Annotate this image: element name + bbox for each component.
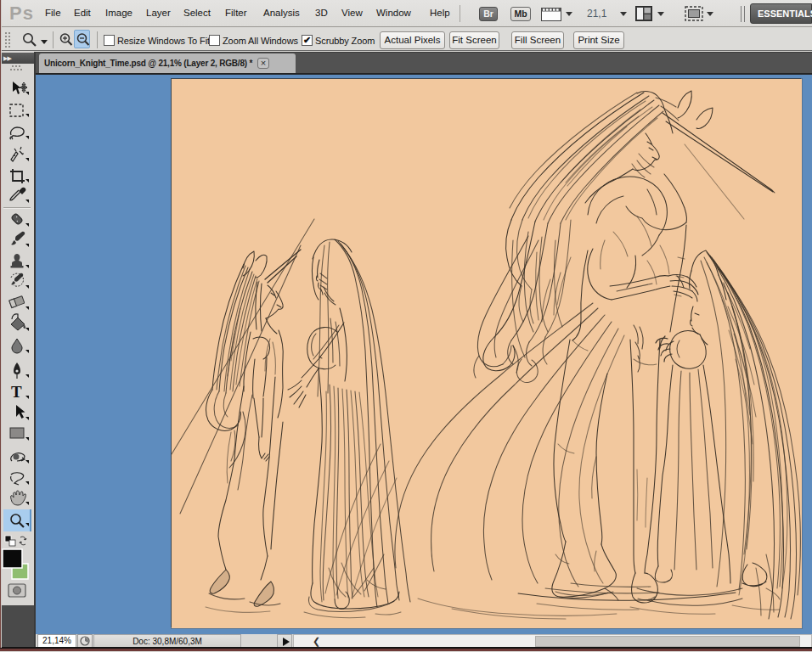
svg-text:T: T (11, 383, 22, 401)
